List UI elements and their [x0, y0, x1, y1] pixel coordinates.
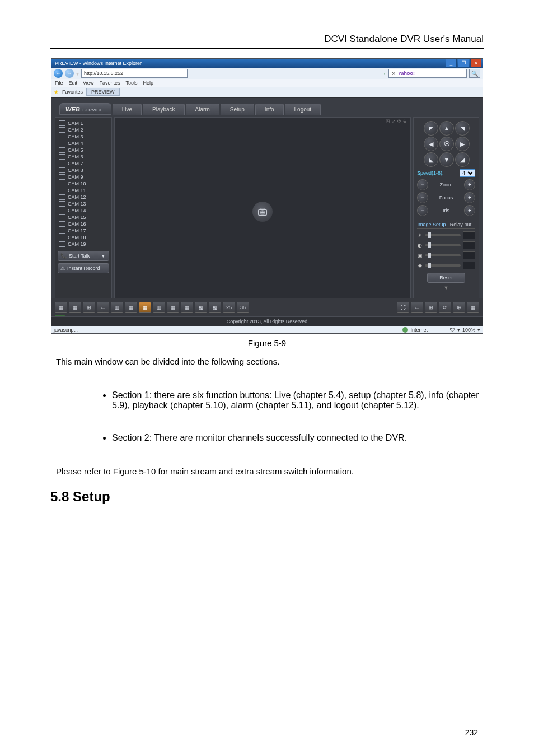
menu-help[interactable]: Help	[143, 80, 153, 86]
grid-layout-button[interactable]: ▦	[69, 302, 81, 313]
zoom-in-button[interactable]: +	[464, 179, 475, 190]
fullscreen-button[interactable]: ⛶	[397, 302, 409, 313]
channel-item[interactable]: CAM 14	[55, 207, 111, 214]
tab-image-setup[interactable]: Image Setup	[417, 221, 446, 228]
browser-tab[interactable]: PREVIEW	[86, 88, 120, 96]
video-preview-area[interactable]: ◳ ⤢ ⟳ ⊕	[114, 117, 411, 306]
menu-file[interactable]: File	[55, 80, 63, 86]
menu-favorites[interactable]: Favorites	[99, 80, 120, 86]
window-minimize-button[interactable]: _	[446, 59, 457, 68]
channel-item[interactable]: CAM 16	[55, 221, 111, 227]
tab-alarm[interactable]: Alarm	[186, 104, 219, 115]
snapshot-button[interactable]: ▦	[467, 302, 479, 313]
dropdown-arrow-icon[interactable]: ▾	[76, 71, 79, 77]
reset-button[interactable]: Reset	[427, 273, 465, 283]
grid-layout-button[interactable]: ▩	[209, 302, 221, 313]
channel-item[interactable]: CAM 1	[55, 120, 111, 127]
channel-item[interactable]: CAM 17	[55, 227, 111, 234]
search-input[interactable]: ✕ Yahoo!	[388, 69, 467, 78]
channel-item[interactable]: CAM 13	[55, 200, 111, 207]
grid-layout-button[interactable]: ▦	[181, 302, 193, 313]
fluency-button[interactable]: ⊞	[425, 302, 437, 313]
grid-layout-button[interactable]: ▥	[153, 302, 165, 313]
channel-item[interactable]: CAM 15	[55, 214, 111, 221]
channel-item[interactable]: CAM 18	[55, 234, 111, 241]
window-close-button[interactable]: ✕	[470, 59, 481, 68]
ptz-up-left[interactable]: ◤	[424, 121, 438, 136]
search-button[interactable]: 🔍	[469, 69, 480, 78]
instant-record-button[interactable]: ⚠ Instant Record	[58, 263, 109, 273]
zoom-level[interactable]: 100%	[462, 327, 475, 333]
iris-open-button[interactable]: +	[464, 205, 475, 216]
speed-select[interactable]: 4	[460, 169, 475, 177]
overlay-icon[interactable]: ⤢	[392, 119, 396, 124]
tab-logout[interactable]: Logout	[285, 104, 321, 115]
zoom-label: Zoom	[428, 182, 464, 188]
channel-item[interactable]: CAM 6	[55, 153, 111, 160]
channel-item[interactable]: CAM 2	[55, 127, 111, 133]
grid-layout-button[interactable]: ▦	[167, 302, 179, 313]
zoom-out-button[interactable]: −	[417, 179, 428, 190]
iris-label: Iris	[428, 208, 464, 213]
channel-item[interactable]: CAM 10	[55, 180, 111, 187]
channel-item[interactable]: CAM 3	[55, 133, 111, 140]
ptz-right[interactable]: ▶	[455, 137, 470, 151]
overlay-icon[interactable]: ⟳	[397, 119, 401, 124]
grid-layout-button[interactable]: ▦	[125, 302, 137, 313]
grid-layout-button-active[interactable]: ▦	[139, 302, 151, 313]
go-arrow-icon[interactable]: →	[381, 71, 386, 77]
status-text: javascript:;	[54, 327, 78, 333]
focus-out-button[interactable]: −	[417, 192, 428, 203]
grid-layout-button[interactable]: ▭	[97, 302, 109, 313]
focus-in-button[interactable]: +	[464, 192, 475, 203]
back-button[interactable]: ←	[54, 69, 63, 78]
start-talk-button[interactable]: 📞 Start Talk ▾	[58, 251, 109, 261]
close-all-button[interactable]: ⊕	[453, 302, 465, 313]
channel-item[interactable]: CAM 7	[55, 160, 111, 167]
overlay-icon[interactable]: ⊕	[403, 119, 407, 124]
chevron-down-icon[interactable]: ▾	[100, 253, 106, 259]
menu-edit[interactable]: Edit	[69, 80, 78, 86]
ptz-up-right[interactable]: ◥	[455, 121, 470, 136]
grid-layout-button[interactable]: ⊞	[83, 302, 95, 313]
iris-close-button[interactable]: −	[417, 205, 428, 216]
refresh-button[interactable]: ⟳	[439, 302, 451, 313]
document-header-title: DCVI Standalone DVR User's Manual	[50, 34, 484, 45]
ptz-center[interactable]: ⦿	[439, 137, 454, 151]
ptz-down-left[interactable]: ◣	[424, 152, 438, 167]
forward-button[interactable]: →	[65, 69, 74, 78]
tab-playback[interactable]: Playback	[143, 104, 185, 115]
quality-button[interactable]: ▭	[411, 302, 423, 313]
contrast-slider[interactable]	[425, 244, 461, 246]
tab-relay-out[interactable]: Relay-out	[446, 221, 475, 228]
brightness-slider[interactable]	[425, 234, 461, 236]
channel-item[interactable]: CAM 5	[55, 147, 111, 153]
overlay-icon[interactable]: ◳	[386, 119, 390, 124]
ptz-up[interactable]: ▲	[439, 121, 454, 136]
channel-item[interactable]: CAM 11	[55, 187, 111, 194]
hue-slider[interactable]	[425, 264, 461, 267]
ptz-down[interactable]: ▼	[439, 152, 454, 167]
menu-tools[interactable]: Tools	[125, 80, 137, 86]
window-maximize-button[interactable]: ❐	[458, 59, 469, 68]
channel-item[interactable]: CAM 12	[55, 194, 111, 200]
tab-live[interactable]: Live	[113, 104, 142, 115]
saturation-slider[interactable]	[425, 254, 461, 256]
grid-layout-button[interactable]: ▦	[55, 302, 67, 313]
channel-item[interactable]: CAM 19	[55, 241, 111, 248]
favorites-star-icon[interactable]: ★	[54, 89, 59, 95]
channel-item[interactable]: CAM 8	[55, 167, 111, 174]
channel-item[interactable]: CAM 9	[55, 174, 111, 180]
channel-item[interactable]: CAM 4	[55, 140, 111, 147]
grid-layout-button[interactable]: 25	[223, 302, 235, 313]
grid-layout-button[interactable]: ▩	[195, 302, 207, 313]
grid-layout-button[interactable]: ▥	[111, 302, 123, 313]
ptz-down-right[interactable]: ◢	[455, 152, 470, 167]
tab-setup[interactable]: Setup	[221, 104, 254, 115]
url-input[interactable]: http://10.15.6.252	[81, 69, 188, 78]
ptz-left[interactable]: ◀	[424, 137, 438, 151]
tab-info[interactable]: Info	[255, 104, 284, 115]
grid-layout-button[interactable]: 36	[237, 302, 249, 313]
expand-panel-icon[interactable]: ▼	[417, 285, 475, 291]
menu-view[interactable]: View	[83, 80, 93, 86]
